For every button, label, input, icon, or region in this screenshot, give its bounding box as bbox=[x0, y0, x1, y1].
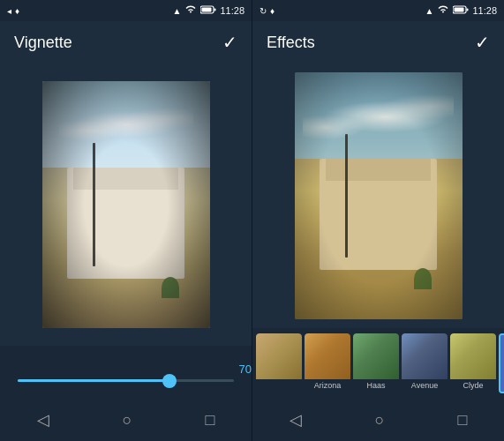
signal-icon-left: ▲ bbox=[173, 6, 182, 16]
slider-fill bbox=[18, 379, 169, 382]
effects-strip: Arizona Haas Avenue Clyde Supplies bbox=[252, 328, 504, 399]
top-bar-left: Vignette ✓ bbox=[0, 21, 252, 64]
effect-label-avenue: Avenue bbox=[402, 379, 448, 392]
image-area-left bbox=[0, 64, 252, 346]
bottom-nav-left: ◁ ○ □ bbox=[0, 399, 252, 441]
location-icon-right: ♦ bbox=[270, 6, 275, 16]
effect-label-supplies: Supplies bbox=[500, 381, 504, 393]
vignette-overlay bbox=[42, 81, 210, 328]
effect-label-clyde: Clyde bbox=[450, 379, 496, 392]
back-status-icon: ◂ bbox=[7, 6, 11, 16]
time-right: 11:28 bbox=[472, 5, 497, 16]
location-icon-left: ♦ bbox=[15, 6, 19, 16]
status-bar-right: ↻ ♦ ▲ 11:28 bbox=[252, 0, 504, 21]
effect-img-haas bbox=[353, 333, 399, 379]
recent-button-left[interactable]: □ bbox=[192, 404, 229, 437]
battery-icon-left bbox=[200, 5, 216, 16]
vignette-photo bbox=[42, 81, 210, 328]
vignette-panel: ◂ ♦ ▲ 11:28 Vignette ✓ bbox=[0, 0, 252, 441]
effect-thumb-clyde[interactable]: Clyde bbox=[450, 333, 496, 393]
home-button-left[interactable]: ○ bbox=[109, 404, 147, 437]
confirm-button-right[interactable]: ✓ bbox=[475, 32, 490, 53]
svg-rect-1 bbox=[202, 8, 212, 12]
recent-button-right[interactable]: □ bbox=[444, 404, 482, 437]
effect-img-avenue bbox=[402, 333, 448, 379]
effect-thumb-supplies[interactable]: Supplies bbox=[499, 333, 504, 393]
slider-thumb[interactable] bbox=[162, 374, 177, 388]
status-left-right: ↻ ♦ bbox=[260, 6, 275, 16]
effect-img-dusty bbox=[256, 333, 302, 379]
effect-label-arizona: Arizona bbox=[305, 379, 350, 392]
image-area-right bbox=[252, 64, 504, 328]
home-button-right[interactable]: ○ bbox=[361, 404, 399, 437]
effect-label-haas: Haas bbox=[353, 379, 399, 392]
svg-rect-4 bbox=[455, 8, 464, 12]
effect-thumb-arizona[interactable]: Arizona bbox=[305, 333, 350, 393]
bottom-nav-right: ◁ ○ □ bbox=[252, 399, 504, 441]
status-right-left: ▲ 11:28 bbox=[173, 5, 244, 16]
wifi-icon-left bbox=[184, 5, 197, 16]
slider-value: 70 bbox=[239, 363, 252, 376]
status-right-right: ▲ 11:28 bbox=[425, 5, 497, 16]
refresh-icon-right: ↻ bbox=[260, 6, 267, 16]
effect-thumb-haas[interactable]: Haas bbox=[353, 333, 399, 393]
effect-img-arizona bbox=[305, 333, 350, 379]
top-bar-right: Effects ✓ bbox=[252, 21, 504, 64]
effect-thumb-avenue[interactable]: Avenue bbox=[402, 333, 448, 393]
status-bar-left: ◂ ♦ ▲ 11:28 bbox=[0, 0, 252, 21]
slider-track[interactable] bbox=[18, 379, 234, 382]
wifi-icon-right bbox=[437, 5, 449, 16]
back-button-right[interactable]: ◁ bbox=[275, 403, 316, 437]
effects-vignette bbox=[295, 72, 463, 319]
battery-icon-right bbox=[453, 5, 469, 16]
slider-area: 70 bbox=[0, 346, 252, 399]
confirm-button-left[interactable]: ✓ bbox=[222, 32, 237, 53]
svg-rect-5 bbox=[467, 9, 469, 11]
signal-icon-right: ▲ bbox=[425, 6, 434, 16]
effect-thumb-dusty[interactable] bbox=[256, 333, 302, 393]
time-left: 11:28 bbox=[220, 5, 244, 16]
effect-label-dusty bbox=[256, 379, 302, 383]
svg-rect-2 bbox=[214, 9, 216, 11]
status-left-left: ◂ ♦ bbox=[7, 6, 19, 16]
back-button-left[interactable]: ◁ bbox=[23, 403, 64, 437]
effects-photo bbox=[295, 72, 463, 319]
supplies-icon-wrap bbox=[500, 335, 504, 381]
panel-title-right: Effects bbox=[267, 34, 315, 52]
effect-img-clyde bbox=[450, 333, 496, 379]
effects-panel: ↻ ♦ ▲ 11:28 Effects ✓ bbox=[252, 0, 504, 441]
panel-title-left: Vignette bbox=[14, 34, 72, 52]
